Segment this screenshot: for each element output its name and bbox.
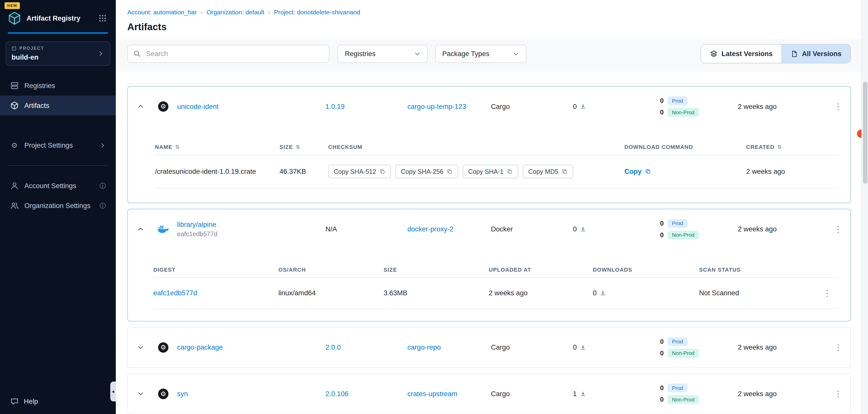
versions-toggle-group: Latest Versions All Versions xyxy=(701,44,851,63)
copy-md5-button[interactable]: Copy MD5 xyxy=(523,165,573,179)
sidebar-collapse-handle[interactable]: ◀ xyxy=(110,382,116,402)
artifact-registry-link[interactable]: docker-proxy-2 xyxy=(407,225,454,233)
cargo-icon: ⚙ xyxy=(153,389,173,399)
digests-table-header: DIGEST OS/ARCH SIZE UPLOADED AT DOWNLOAD… xyxy=(153,262,839,278)
sort-icon[interactable]: ⇅ xyxy=(175,144,180,150)
artifact-registry-link[interactable]: cargo-up-temp-123 xyxy=(407,103,466,110)
artifact-registry-link[interactable]: cargo-repo xyxy=(407,343,441,351)
docker-icon xyxy=(153,225,173,234)
copy-icon xyxy=(446,169,453,175)
latest-versions-toggle[interactable]: Latest Versions xyxy=(701,44,782,63)
chevron-down-icon xyxy=(414,50,421,57)
app-title: Artifact Registry xyxy=(27,14,94,23)
page-scrollbar xyxy=(862,0,868,414)
breadcrumb-project-link[interactable]: Project: donotdelete-shivanand xyxy=(274,9,360,16)
chat-icon xyxy=(10,397,19,406)
info-icon[interactable]: ⓘ xyxy=(100,202,106,210)
artifact-version-link[interactable]: 2.0.0 xyxy=(326,343,341,351)
created-at: 2 weeks ago xyxy=(738,343,826,351)
expand-row-toggle[interactable] xyxy=(128,344,153,351)
artifact-name-link[interactable]: syn xyxy=(177,390,325,398)
package-type: Cargo xyxy=(491,103,573,111)
breadcrumb-separator: › xyxy=(200,9,203,16)
sidebar-item-registries[interactable]: Registries xyxy=(0,76,116,96)
row-menu-kebab[interactable]: ⋮ xyxy=(826,343,850,352)
organization-icon xyxy=(10,201,19,210)
collapse-row-toggle[interactable] xyxy=(128,103,153,110)
search-box xyxy=(127,45,330,63)
download-icon xyxy=(580,391,586,397)
col-size: SIZE xyxy=(384,267,397,273)
artifact-name-link[interactable]: library/alpine xyxy=(177,220,325,229)
artifact-card-syn: ⚙ syn 2.0.106 crates-upstream Cargo 1 0P… xyxy=(127,374,851,414)
row-menu-kebab[interactable]: ⋮ xyxy=(815,289,839,297)
all-versions-toggle[interactable]: All Versions xyxy=(782,44,850,63)
search-input[interactable] xyxy=(145,49,323,58)
apps-grid-icon[interactable] xyxy=(98,14,107,23)
package-types-filter-select[interactable]: Package Types xyxy=(435,45,526,63)
nav-divider xyxy=(8,165,108,166)
file-name: /cratesunicode-ident-1.0.19.crate xyxy=(155,168,280,176)
artifact-digest-subtext: eafc1edb577d xyxy=(177,230,325,238)
cargo-icon: ⚙ xyxy=(153,342,173,353)
expand-row-toggle[interactable] xyxy=(128,390,153,398)
artifact-registry-link[interactable]: crates-upstream xyxy=(407,390,457,398)
artifact-list: ⚙ unicode-ident 1.0.19 cargo-up-temp-123… xyxy=(116,72,862,414)
digest-os-arch: linux/amd64 xyxy=(278,289,384,297)
scrolled-row-remnant xyxy=(127,73,851,84)
package-type: Cargo xyxy=(491,390,573,398)
breadcrumb-organization-link[interactable]: Organization: default xyxy=(207,9,264,16)
row-menu-kebab[interactable]: ⋮ xyxy=(826,102,850,111)
toolbar: Registries Package Types Latest Versions xyxy=(116,39,862,72)
copy-sha256-button[interactable]: Copy SHA-256 xyxy=(396,165,458,179)
registries-filter-label: Registries xyxy=(345,50,376,58)
package-type: Cargo xyxy=(491,343,573,351)
package-types-filter-label: Package Types xyxy=(442,50,489,58)
artifact-row: library/alpine eafc1edb577d N/A docker-p… xyxy=(128,209,850,249)
sidebar-nav: Registries Artifacts ⚙ Project Settings xyxy=(0,76,116,215)
artifact-version-link[interactable]: 2.0.106 xyxy=(326,390,349,398)
downloads-cell: 0 xyxy=(573,225,656,233)
downloads-count: 0 xyxy=(573,225,577,233)
digest-link[interactable]: eafc1edb577d xyxy=(153,289,197,297)
artifact-row: ⚙ unicode-ident 1.0.19 cargo-up-temp-123… xyxy=(128,87,850,126)
copy-download-command-button[interactable]: Copy xyxy=(624,168,746,176)
row-menu-kebab[interactable]: ⋮ xyxy=(826,390,850,398)
chevron-right-icon xyxy=(100,142,106,148)
copy-icon xyxy=(507,169,513,175)
non-prod-count: 0 xyxy=(656,349,664,357)
row-menu-kebab[interactable]: ⋮ xyxy=(826,225,850,233)
sort-icon[interactable]: ⇅ xyxy=(296,144,301,150)
sidebar-item-account-settings[interactable]: Account Settings ⓘ xyxy=(0,176,116,196)
file-created: 2 weeks ago xyxy=(746,168,839,176)
non-prod-count: 0 xyxy=(656,395,664,404)
chevron-down-icon xyxy=(513,50,519,57)
collapse-row-toggle[interactable] xyxy=(128,226,153,233)
copy-sha512-button[interactable]: Copy SHA-512 xyxy=(328,165,391,179)
digest-uploaded-at: 2 weeks ago xyxy=(489,289,593,297)
scrollbar-thumb[interactable] xyxy=(863,82,868,184)
registries-filter-select[interactable]: Registries xyxy=(338,45,428,63)
info-icon[interactable]: ⓘ xyxy=(100,182,106,190)
col-checksum: CHECKSUM xyxy=(328,144,363,150)
artifact-name-link[interactable]: unicode-ident xyxy=(177,103,325,111)
help-button[interactable]: Help xyxy=(0,397,116,414)
deployments-cell: 0Prod 0Non-Prod xyxy=(656,96,738,117)
breadcrumb-account-link[interactable]: Account: automation_har xyxy=(127,9,197,16)
col-scan-status: SCAN STATUS xyxy=(699,267,741,273)
sort-icon[interactable]: ⇅ xyxy=(777,144,782,150)
sidebar-item-artifacts[interactable]: Artifacts xyxy=(0,96,116,115)
downloads-cell: 1 xyxy=(573,390,656,398)
sidebar-item-project-settings[interactable]: ⚙ Project Settings xyxy=(0,135,116,155)
artifact-name-link[interactable]: cargo-package xyxy=(177,343,325,351)
harness-logo-icon xyxy=(7,11,22,25)
artifact-version-link[interactable]: 1.0.19 xyxy=(326,103,345,110)
sidebar-item-label: Registries xyxy=(24,82,55,90)
project-selector[interactable]: PROJECT build-en xyxy=(5,41,110,66)
account-icon xyxy=(10,181,19,190)
copy-sha1-button[interactable]: Copy SHA-1 xyxy=(463,165,518,179)
col-created: CREATED xyxy=(746,144,774,150)
downloads-count: 0 xyxy=(593,289,597,297)
sidebar-item-organization-settings[interactable]: Organization Settings ⓘ xyxy=(0,196,116,215)
prod-count: 0 xyxy=(656,384,664,392)
